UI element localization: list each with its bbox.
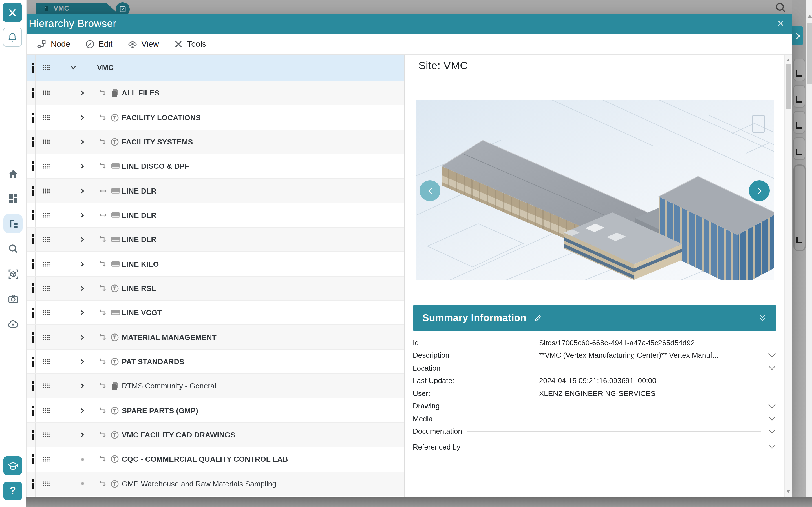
drag-handle-icon[interactable] (43, 91, 50, 96)
expand-chevron-icon[interactable] (767, 416, 776, 421)
expand-chevron-icon[interactable] (79, 382, 86, 390)
expand-chevron-icon[interactable] (79, 358, 86, 365)
expand-chevron-icon[interactable] (79, 162, 86, 170)
circle-t-icon (110, 357, 119, 366)
expand-chevron-icon[interactable] (79, 187, 86, 194)
tree-root-row[interactable]: VMC (26, 55, 404, 81)
summary-field-row[interactable]: Referenced by (413, 438, 776, 456)
drag-handle-icon[interactable] (43, 262, 50, 267)
drag-handle-icon[interactable] (43, 164, 50, 169)
drag-handle-icon[interactable] (43, 481, 50, 486)
3d-view-button[interactable] (7, 268, 19, 280)
tree-row[interactable]: FACILITY LOCATIONS (26, 106, 404, 130)
summary-information-header[interactable]: Summary Information (413, 305, 776, 331)
tree-row[interactable]: MATERIAL MANAGEMENT (26, 325, 404, 350)
drag-handle-icon (43, 262, 50, 267)
drag-handle-icon[interactable] (43, 237, 50, 242)
hierarchy-button[interactable] (3, 214, 22, 233)
tree-row[interactable]: GMP Warehouse and Raw Materials Sampling (26, 472, 404, 496)
expand-chevron-icon[interactable] (79, 211, 86, 219)
academy-button[interactable] (3, 456, 22, 475)
summary-field-row[interactable]: Media (413, 412, 776, 425)
expand-chevron-icon[interactable] (767, 444, 776, 450)
summary-field-row[interactable]: Drawing (413, 400, 776, 412)
tree-row[interactable]: LINE DLR (26, 228, 404, 252)
carousel-next-button[interactable] (749, 180, 770, 201)
drag-handle-icon[interactable] (43, 65, 50, 70)
drag-handle-icon[interactable] (43, 139, 50, 145)
tree-row[interactable]: RTMS Community - General (26, 374, 404, 399)
page-scrollbar[interactable] (806, 0, 812, 507)
expand-chevron-icon[interactable] (79, 114, 86, 121)
drag-handle-icon[interactable] (43, 213, 50, 218)
drag-handle-icon[interactable] (43, 335, 50, 340)
menu-edit[interactable]: Edit (78, 34, 120, 54)
drag-handle-icon[interactable] (43, 311, 50, 316)
drag-handle-icon[interactable] (43, 188, 50, 193)
drag-handle-icon[interactable] (43, 384, 50, 389)
menu-node[interactable]: Node (30, 34, 78, 54)
tree-row[interactable]: LINE VCGT (26, 301, 404, 325)
page-scrollbar-thumb[interactable] (807, 22, 812, 84)
camera-button[interactable] (7, 292, 19, 305)
panel-scrollbar-thumb[interactable] (786, 64, 791, 109)
summary-field-row[interactable]: Location (413, 362, 776, 374)
expand-chevron-icon[interactable] (79, 309, 86, 317)
expand-chevron-icon[interactable] (79, 284, 86, 292)
panel-scrollbar[interactable] (784, 55, 792, 499)
expand-chevron-icon[interactable] (767, 429, 776, 434)
menu-tools[interactable]: Tools (166, 34, 214, 54)
tree-row[interactable]: PAT STANDARDS (26, 350, 404, 374)
drag-handle-icon[interactable] (43, 359, 50, 364)
tree-row[interactable]: VMC FACILITY CAD DRAWINGS (26, 423, 404, 448)
tree-row[interactable]: LINE DISCO & DPF (26, 154, 404, 179)
expand-chevron-icon[interactable] (767, 365, 776, 371)
expand-chevron-icon[interactable] (79, 89, 86, 97)
help-button[interactable]: ? (3, 482, 22, 500)
drag-handle-icon[interactable] (43, 286, 50, 291)
edit-pencil-icon[interactable] (534, 314, 542, 322)
collapse-double-chevron-icon[interactable] (758, 314, 767, 322)
tree-row-label: GMP Warehouse and Raw Materials Sampling (122, 480, 276, 488)
tree-row[interactable]: SPARE PARTS (GMP) (26, 399, 404, 423)
dashboard-button[interactable] (7, 192, 19, 205)
expand-chevron-icon[interactable] (79, 431, 86, 439)
drag-handle-icon[interactable] (43, 408, 50, 413)
close-icon[interactable]: ✕ (777, 18, 784, 29)
tree-row[interactable]: LINE DLR (26, 179, 404, 203)
scroll-down-arrow[interactable] (786, 490, 790, 493)
tree-row[interactable]: LINE DLR (26, 203, 404, 228)
scroll-up-arrow[interactable] (786, 59, 790, 61)
expand-chevron-icon[interactable] (79, 406, 86, 414)
panel-expand-chevron-icon[interactable] (792, 26, 803, 45)
circle-t-icon (110, 138, 119, 146)
notifications-button[interactable] (3, 27, 22, 47)
drag-handle-icon[interactable] (43, 457, 50, 462)
carousel-prev-button[interactable] (419, 180, 441, 201)
tree-row[interactable]: FACILITY SYSTEMS (26, 130, 404, 154)
expand-chevron-icon[interactable] (767, 353, 776, 358)
expand-chevron-icon[interactable] (79, 235, 86, 243)
summary-field-row[interactable]: Documentation (413, 425, 776, 438)
tree-row[interactable]: ALL FILES (26, 81, 404, 106)
expand-chevron-icon[interactable] (79, 260, 86, 268)
tree-row[interactable]: CQC - COMMERCIAL QUALITY CONTROL LAB (26, 447, 404, 472)
home-button[interactable] (7, 167, 19, 180)
site-3d-render (416, 100, 774, 280)
chevron-down-icon[interactable] (69, 64, 77, 71)
cloud-sync-button[interactable] (7, 318, 19, 330)
expand-chevron-icon[interactable] (79, 333, 86, 341)
scroll-up-arrow[interactable] (808, 15, 812, 18)
expand-chevron-icon[interactable] (79, 138, 86, 146)
expand-chevron-icon[interactable] (767, 403, 776, 409)
tree-row[interactable]: LINE RSL (26, 277, 404, 301)
drag-handle-icon[interactable] (43, 115, 50, 120)
field-value: XLENZ ENGINEERING-SERVICES (539, 389, 656, 398)
summary-field-row[interactable]: Description**VMC (Vertex Manufacturing C… (413, 349, 776, 362)
search-button[interactable] (7, 242, 19, 255)
drag-handle-icon (43, 115, 50, 120)
drag-handle-icon[interactable] (43, 432, 50, 438)
tree-row[interactable]: LINE KILO (26, 252, 404, 277)
menu-view[interactable]: View (120, 34, 166, 54)
app-logo[interactable] (3, 3, 22, 22)
